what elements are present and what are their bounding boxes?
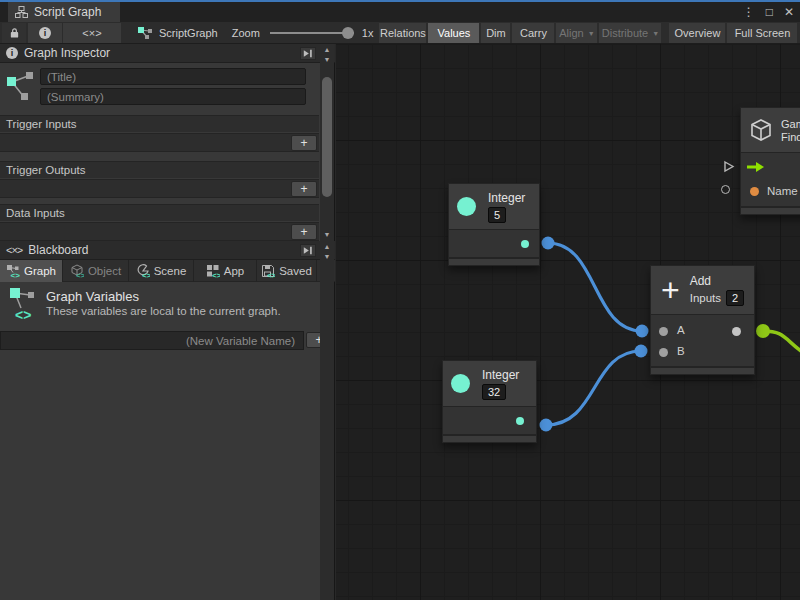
- blackboard-header[interactable]: <×> Blackboard: [0, 241, 335, 260]
- angle-x-icon: <×>: [6, 244, 22, 256]
- node-title: Add: [690, 274, 744, 288]
- dock-button[interactable]: [300, 47, 316, 60]
- svg-text:<>: <>: [11, 271, 21, 279]
- integer-value-field[interactable]: 5: [488, 207, 506, 223]
- tab-graph[interactable]: <> Graph: [0, 260, 63, 282]
- overview-button[interactable]: Overview: [669, 23, 725, 43]
- close-icon[interactable]: ✕: [784, 5, 794, 19]
- editor-tab-bar: Script Graph ⋮ □ ✕: [0, 2, 800, 22]
- trigger-inputs-list: +: [0, 133, 319, 152]
- integer-type-icon: [451, 374, 470, 393]
- dock-button[interactable]: [300, 244, 316, 257]
- graph-inspector-title: Graph Inspector: [24, 46, 110, 60]
- node-type-label: GameObject: [781, 118, 800, 130]
- wire-add-output: [763, 331, 800, 360]
- svg-text:<>: <>: [15, 307, 31, 323]
- node-footer: [449, 257, 539, 265]
- zoom-slider-handle[interactable]: [342, 27, 354, 39]
- relations-button[interactable]: Relations: [379, 23, 426, 43]
- inputs-count-field[interactable]: 2: [726, 290, 744, 306]
- tab-object[interactable]: <> Object: [63, 260, 129, 282]
- script-graph-icon: [137, 26, 153, 40]
- hierarchy-icon: [15, 6, 28, 18]
- gameobject-icon: [749, 118, 773, 142]
- data-inputs-list: +: [0, 222, 319, 241]
- tab-script-graph[interactable]: Script Graph: [8, 2, 120, 22]
- wire-endpoint: [540, 419, 553, 432]
- wire-integer5-to-add-a: [548, 243, 642, 331]
- graph-variables-title: Graph Variables: [46, 289, 139, 304]
- info-icon: i: [39, 27, 51, 39]
- title-field[interactable]: [40, 68, 306, 85]
- graph-inspector-panel: i Graph Inspector Trigger Inputs + Trigg…: [0, 44, 335, 241]
- scroll-down-icon[interactable]: ▼: [320, 55, 334, 64]
- graph-tab-icon: <>: [6, 264, 20, 278]
- graph-toolbar: i <×> ScriptGraph Zoom 1x Relations Valu…: [0, 22, 800, 44]
- port-b-label: B: [677, 345, 685, 357]
- carry-button[interactable]: Carry: [512, 23, 554, 43]
- wire-endpoint: [635, 345, 648, 358]
- node-add[interactable]: + Add Inputs 2 A B: [650, 265, 755, 375]
- scroll-down-icon[interactable]: ▼: [320, 252, 334, 261]
- scroll-up-icon[interactable]: ▲: [320, 242, 334, 251]
- node-gameobject-find[interactable]: GameObject Find Name: [740, 107, 800, 215]
- full-screen-button[interactable]: Full Screen: [727, 23, 797, 43]
- values-button[interactable]: Values: [428, 23, 479, 43]
- node-integer-5[interactable]: Integer 5: [448, 183, 540, 266]
- add-trigger-input-button[interactable]: +: [291, 135, 317, 151]
- trigger-port-indicator-icon: [723, 160, 735, 173]
- node-footer: [443, 434, 536, 442]
- distribute-button[interactable]: Distribute▼: [599, 23, 661, 43]
- unit-options-button[interactable]: <×>: [63, 23, 121, 43]
- zoom-label: Zoom: [232, 27, 260, 39]
- scroll-up-icon[interactable]: ▲: [320, 45, 334, 54]
- inspector-scrollbar[interactable]: ▲ ▼ ▼: [320, 44, 334, 241]
- align-button[interactable]: Align▼: [556, 23, 597, 43]
- output-port[interactable]: [732, 327, 741, 336]
- dock-icon: [303, 49, 313, 58]
- node-footer: [741, 206, 800, 214]
- add-trigger-output-button[interactable]: +: [291, 181, 317, 197]
- wire-endpoint: [636, 325, 649, 338]
- output-port[interactable]: [516, 417, 524, 425]
- tab-title: Script Graph: [34, 5, 101, 19]
- inputs-label: Inputs: [690, 292, 721, 304]
- input-port-a[interactable]: [659, 327, 668, 336]
- graph-variables-description: These variables are local to the current…: [46, 305, 281, 317]
- input-port-b[interactable]: [659, 348, 668, 357]
- angle-x-icon: <×>: [82, 27, 101, 39]
- maximize-icon[interactable]: □: [766, 5, 773, 19]
- name-input-port[interactable]: [750, 187, 759, 196]
- scroll-down-icon[interactable]: ▼: [320, 230, 334, 239]
- summary-field[interactable]: [40, 88, 306, 105]
- inspect-button[interactable]: i: [28, 23, 62, 43]
- graph-canvas[interactable]: Integer 5 Integer 32: [336, 44, 800, 600]
- scrollbar-thumb[interactable]: [322, 77, 332, 197]
- wire-endpoint: [542, 237, 555, 250]
- data-inputs-label: Data Inputs: [0, 204, 319, 221]
- blackboard-panel: <×> Blackboard <> Graph <> Object <> Sce…: [0, 241, 335, 600]
- tab-app[interactable]: <> App: [194, 260, 257, 282]
- svg-text:<>: <>: [142, 271, 150, 278]
- dim-button[interactable]: Dim: [481, 23, 510, 43]
- graph-inspector-header[interactable]: i Graph Inspector: [0, 44, 335, 63]
- zoom-slider[interactable]: [270, 32, 354, 34]
- graph-variables-icon: <>: [8, 286, 38, 324]
- node-integer-32[interactable]: Integer 32: [442, 360, 537, 443]
- object-tab-icon: <>: [70, 264, 84, 278]
- window-controls: ⋮ □ ✕: [743, 2, 794, 22]
- new-variable-input[interactable]: [0, 331, 304, 350]
- dock-icon: [303, 246, 313, 255]
- window-menu-icon[interactable]: ⋮: [743, 5, 755, 19]
- port-name-label: Name: [767, 185, 798, 197]
- blackboard-scrollbar[interactable]: ▲ ▼: [320, 241, 334, 600]
- svg-text:<>: <>: [212, 271, 220, 278]
- tab-saved[interactable]: <> Saved: [257, 260, 317, 282]
- add-data-input-button[interactable]: +: [291, 224, 317, 240]
- trigger-input-port-icon[interactable]: [747, 161, 765, 173]
- node-title: Integer: [488, 191, 525, 205]
- output-port[interactable]: [521, 240, 529, 248]
- tab-scene[interactable]: <> Scene: [129, 260, 194, 282]
- lock-button[interactable]: [2, 23, 26, 43]
- integer-value-field[interactable]: 32: [482, 384, 506, 400]
